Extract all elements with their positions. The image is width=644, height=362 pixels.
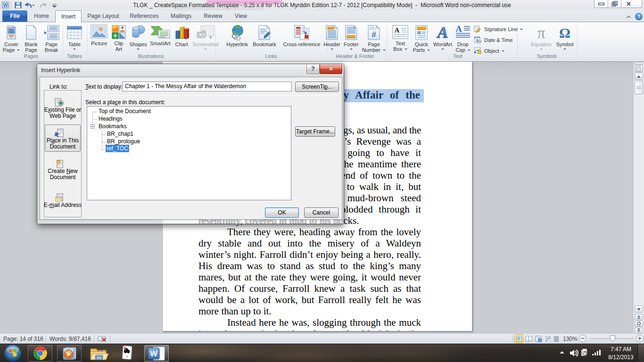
svg-text:A: A: [395, 26, 400, 34]
svg-text:Ω: Ω: [559, 25, 570, 41]
svg-text:π: π: [537, 25, 545, 41]
svg-text:#: #: [372, 30, 376, 39]
svg-text:A: A: [437, 25, 448, 41]
svg-text:W: W: [3, 3, 8, 8]
svg-text:W: W: [150, 349, 158, 358]
svg-text:A: A: [455, 25, 462, 34]
